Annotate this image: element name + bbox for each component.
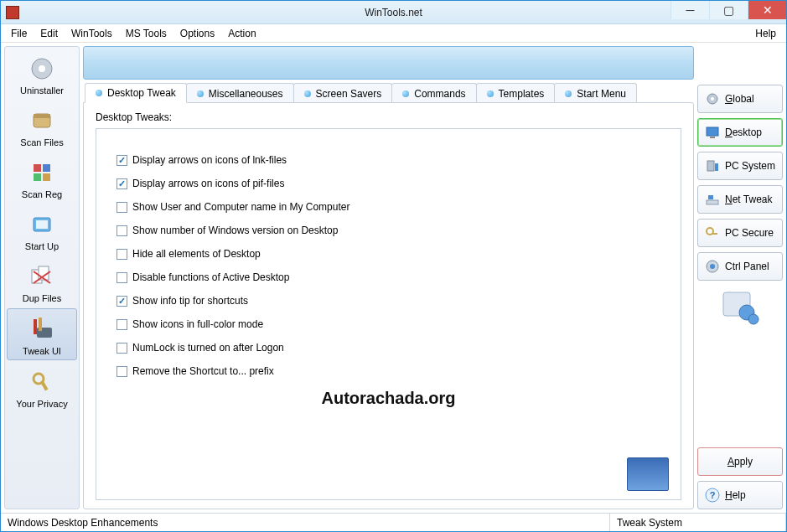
checkbox-icon[interactable] bbox=[116, 319, 127, 330]
left-uninstaller[interactable]: Uninstaller bbox=[7, 49, 77, 99]
right-pc-secure[interactable]: PC Secure bbox=[697, 219, 783, 247]
pane-caption: Desktop Tweaks: bbox=[96, 111, 681, 123]
tab-screen-savers[interactable]: Screen Savers bbox=[293, 83, 393, 103]
tab-miscellaneouses-label: Miscellaneouses bbox=[209, 88, 283, 100]
tab-bullet-icon bbox=[197, 90, 204, 97]
svg-rect-15 bbox=[34, 319, 37, 334]
tab-templates[interactable]: Templates bbox=[476, 83, 556, 103]
checkbox-icon[interactable] bbox=[116, 225, 127, 236]
right-ctrl-panel[interactable]: Ctrl Panel bbox=[697, 252, 783, 281]
option-info-tip[interactable]: Show info tip for shortcuts bbox=[116, 295, 660, 307]
option-pif-arrows[interactable]: Display arrows on icons of pif-files bbox=[116, 178, 660, 189]
gear-icon bbox=[705, 91, 720, 106]
svg-rect-3 bbox=[34, 114, 50, 118]
right-global[interactable]: Global bbox=[697, 85, 783, 113]
svg-rect-25 bbox=[707, 200, 718, 204]
checkbox-icon[interactable] bbox=[116, 178, 127, 189]
checkbox-icon[interactable] bbox=[116, 155, 127, 166]
option-remove-prefix[interactable]: Remove the Shortcut to... prefix bbox=[116, 365, 660, 377]
option-disable-active[interactable]: Disable functions of Active Desktop bbox=[116, 271, 660, 283]
tab-bullet-icon bbox=[304, 90, 311, 97]
left-scan-reg-label: Scan Reg bbox=[22, 189, 62, 199]
option-label: Show User and Computer name in My Comput… bbox=[132, 201, 349, 213]
menu-help[interactable]: Help bbox=[748, 26, 783, 41]
help-button[interactable]: ? Help bbox=[697, 481, 783, 509]
option-hide-elements[interactable]: Hide all elements of Desktop bbox=[116, 248, 660, 260]
tab-desktop-tweak-label: Desktop Tweak bbox=[107, 87, 176, 99]
right-net-tweak[interactable]: Net Tweak bbox=[697, 185, 783, 214]
right-global-label: Global bbox=[725, 93, 754, 105]
statusbar: Windows Desktop Enhancements Tweak Syste… bbox=[1, 513, 786, 531]
tab-bullet-icon bbox=[487, 90, 494, 97]
tab-pane: Desktop Tweaks: Display arrows on icons … bbox=[83, 102, 694, 509]
right-ctrl-panel-label: Ctrl Panel bbox=[725, 261, 769, 272]
option-label: Show number of Windows version on Deskto… bbox=[132, 225, 338, 236]
svg-point-1 bbox=[39, 65, 45, 72]
help-icon: ? bbox=[705, 488, 720, 503]
tab-bullet-icon bbox=[96, 90, 102, 96]
tab-start-menu[interactable]: Start Menu bbox=[554, 83, 637, 103]
menu-action[interactable]: Action bbox=[221, 26, 262, 41]
tab-miscellaneouses[interactable]: Miscellaneouses bbox=[186, 83, 294, 103]
left-start-up-label: Start Up bbox=[25, 241, 59, 251]
maximize-button[interactable]: ▢ bbox=[709, 1, 748, 19]
svg-rect-4 bbox=[34, 164, 41, 172]
tab-bullet-icon bbox=[402, 90, 409, 97]
checkbox-icon[interactable] bbox=[116, 366, 127, 377]
checkbox-icon[interactable] bbox=[116, 202, 127, 213]
option-label: Remove the Shortcut to... prefix bbox=[132, 365, 274, 377]
window-title: WinTools.net bbox=[1, 7, 786, 18]
tab-screen-savers-label: Screen Savers bbox=[316, 88, 382, 100]
option-label: Show info tip for shortcuts bbox=[132, 295, 248, 307]
left-start-up[interactable]: Start Up bbox=[7, 204, 77, 255]
options-box: Display arrows on icons of lnk-files Dis… bbox=[96, 128, 681, 500]
left-dup-files[interactable]: Dup Files bbox=[7, 256, 77, 307]
right-pc-system[interactable]: PC System bbox=[697, 152, 783, 180]
checkbox-icon[interactable] bbox=[116, 343, 127, 354]
right-desktop[interactable]: Desktop bbox=[697, 118, 783, 147]
control-panel-icon bbox=[705, 259, 720, 274]
left-scan-files-label: Scan Files bbox=[20, 137, 63, 147]
close-button[interactable]: ✕ bbox=[748, 1, 786, 19]
desktop-monitor-icon bbox=[627, 457, 669, 491]
tab-desktop-tweak[interactable]: Desktop Tweak bbox=[85, 83, 187, 103]
checkbox-icon[interactable] bbox=[116, 272, 127, 283]
svg-rect-28 bbox=[712, 233, 717, 235]
checkbox-icon[interactable] bbox=[116, 249, 127, 260]
tab-templates-label: Templates bbox=[499, 88, 545, 100]
status-right: Tweak System bbox=[610, 514, 786, 531]
apply-label: Apply bbox=[727, 456, 753, 467]
option-label: NumLock is turned on after Logon bbox=[132, 342, 284, 354]
menu-file[interactable]: File bbox=[4, 26, 34, 41]
left-tweak-ui-label: Tweak UI bbox=[23, 346, 61, 356]
option-win-version[interactable]: Show number of Windows version on Deskto… bbox=[116, 225, 660, 236]
svg-rect-21 bbox=[707, 127, 718, 136]
option-numlock[interactable]: NumLock is turned on after Logon bbox=[116, 342, 660, 354]
option-label: Display arrows on icons of pif-files bbox=[132, 178, 284, 189]
svg-point-30 bbox=[710, 264, 715, 269]
menu-mstools[interactable]: MS Tools bbox=[119, 26, 173, 41]
tab-commands[interactable]: Commands bbox=[391, 83, 476, 103]
left-your-privacy[interactable]: Your Privacy bbox=[7, 362, 77, 412]
option-label: Hide all elements of Desktop bbox=[132, 248, 261, 260]
menu-options[interactable]: Options bbox=[173, 26, 221, 41]
svg-point-20 bbox=[711, 97, 714, 101]
checkbox-icon[interactable] bbox=[116, 296, 127, 307]
minimize-button[interactable]: ─ bbox=[671, 1, 709, 19]
dup-files-icon bbox=[25, 261, 59, 292]
settings-deco-icon bbox=[697, 286, 783, 329]
option-full-color[interactable]: Show icons in full-color mode bbox=[116, 318, 660, 330]
left-scan-reg[interactable]: Scan Reg bbox=[7, 152, 77, 203]
menu-edit[interactable]: Edit bbox=[34, 26, 65, 41]
apply-button[interactable]: Apply bbox=[697, 447, 783, 476]
left-tweak-ui[interactable]: Tweak UI bbox=[7, 308, 77, 360]
right-net-tweak-label: Net Tweak bbox=[725, 194, 772, 205]
menu-wintools[interactable]: WinTools bbox=[65, 26, 119, 41]
option-lnk-arrows[interactable]: Display arrows on icons of lnk-files bbox=[116, 154, 660, 166]
left-scan-files[interactable]: Scan Files bbox=[7, 101, 77, 151]
svg-rect-24 bbox=[715, 163, 718, 171]
scan-reg-icon bbox=[25, 158, 59, 188]
option-user-comp-name[interactable]: Show User and Computer name in My Comput… bbox=[116, 201, 660, 213]
svg-rect-5 bbox=[43, 164, 50, 172]
menubar: File Edit WinTools MS Tools Options Acti… bbox=[1, 24, 786, 43]
